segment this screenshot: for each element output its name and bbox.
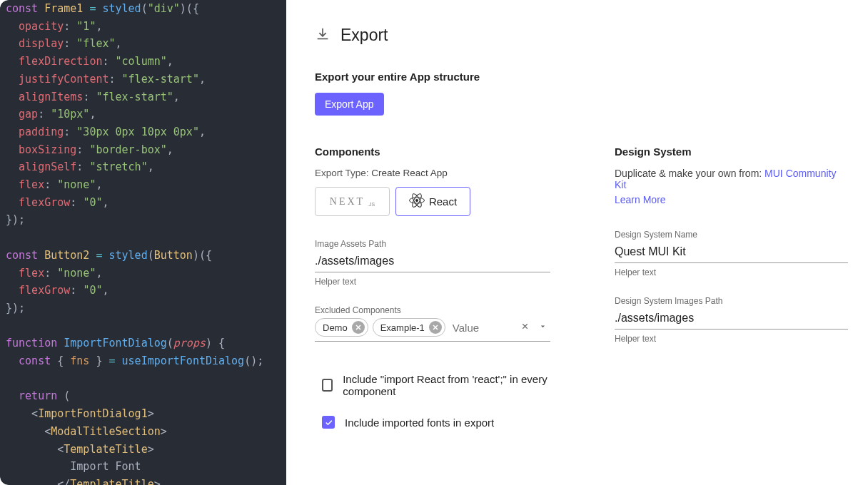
excluded-components-label: Excluded Components (315, 305, 550, 315)
page-title: Export (340, 26, 388, 45)
design-system-blurb: Duplicate & make your own from: MUI Comm… (615, 168, 848, 190)
design-system-images-path-helper: Helper text (615, 334, 848, 344)
chip-label: Demo (323, 322, 348, 333)
export-subtitle: Export your entire App structure (315, 71, 848, 83)
design-system-images-path-field: Design System Images Path Helper text (615, 296, 848, 344)
nextjs-logo-text: NEXT (330, 196, 365, 208)
design-system-name-input[interactable] (615, 242, 848, 263)
design-system-name-field: Design System Name Helper text (615, 230, 848, 277)
image-assets-path-helper: Helper text (315, 277, 550, 287)
excluded-components-input[interactable] (450, 322, 516, 334)
chip-example-1[interactable]: Example-1 (373, 318, 445, 337)
image-assets-path-label: Image Assets Path (315, 239, 550, 249)
include-imported-fonts-row[interactable]: Include imported fonts in export (315, 416, 550, 429)
export-type-row: Export Type: Create React App (315, 168, 550, 178)
export-type-next-button[interactable]: NEXT .JS (315, 187, 390, 216)
export-header: Export (315, 26, 848, 45)
image-assets-path-input[interactable] (315, 252, 550, 272)
svg-point-0 (415, 199, 418, 202)
checkbox-checked-icon[interactable] (322, 416, 335, 429)
design-system-heading: Design System (615, 146, 848, 158)
chip-remove-icon[interactable] (429, 321, 442, 334)
chevron-down-icon[interactable] (538, 321, 547, 334)
design-system-name-helper: Helper text (615, 267, 848, 277)
chip-remove-icon[interactable] (352, 321, 365, 334)
design-system-images-path-label: Design System Images Path (615, 296, 848, 306)
components-heading: Components (315, 146, 550, 158)
components-column: Components Export Type: Create React App… (315, 146, 550, 447)
export-panel: Export Export your entire App structure … (286, 0, 868, 485)
export-app-button[interactable]: Export App (315, 93, 384, 116)
design-blurb-text: Duplicate & make your own from: (615, 168, 762, 179)
clear-icon[interactable] (520, 321, 530, 334)
download-icon (315, 26, 330, 45)
design-system-images-path-input[interactable] (615, 309, 848, 330)
design-system-column: Design System Duplicate & make your own … (615, 146, 848, 447)
include-import-react-row[interactable]: Include "import React from 'react';" in … (315, 373, 550, 397)
export-type-react-button[interactable]: React (395, 187, 470, 216)
chip-label: Example-1 (380, 322, 425, 333)
react-label: React (429, 195, 457, 208)
include-import-react-label: Include "import React from 'react';" in … (343, 373, 550, 397)
include-imported-fonts-label: Include imported fonts in export (345, 417, 494, 429)
code-editor: const Frame1 = styled("div")({ opacity: … (0, 0, 286, 485)
image-assets-path-field: Image Assets Path Helper text (315, 239, 550, 287)
export-type-label: Export Type: (315, 168, 369, 178)
checkbox-unchecked-icon[interactable] (322, 379, 333, 392)
export-type-value: Create React App (371, 168, 448, 178)
react-icon (409, 193, 425, 210)
excluded-components-field: Excluded Components Demo Example-1 (315, 305, 550, 342)
nextjs-logo-sub: .JS (368, 202, 375, 207)
chip-demo[interactable]: Demo (315, 318, 368, 337)
design-system-name-label: Design System Name (615, 230, 848, 240)
learn-more-link[interactable]: Learn More (615, 194, 666, 205)
